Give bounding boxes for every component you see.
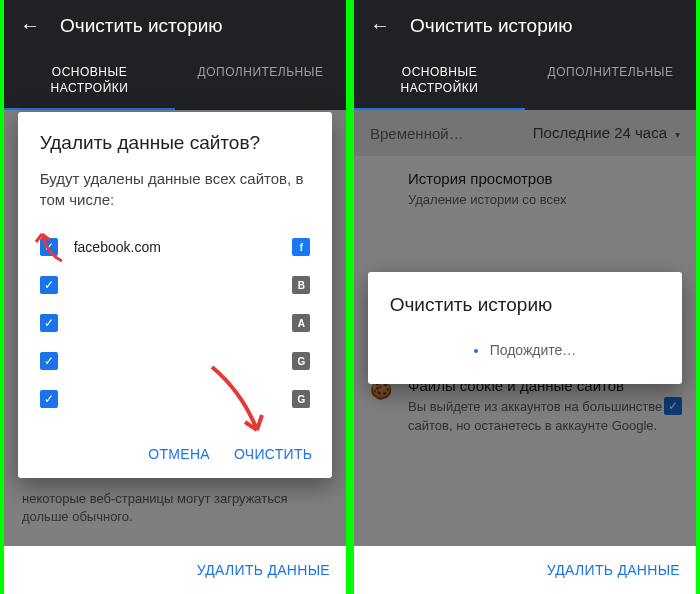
footer-button[interactable]: УДАЛИТЬ ДАННЫЕ	[4, 546, 346, 594]
dialog-overlay: Удалить данные сайтов? Будут удалены дан…	[4, 110, 346, 546]
tab-advanced[interactable]: ДОПОЛНИТЕЛЬНЫЕ	[525, 51, 696, 110]
tab-advanced[interactable]: ДОПОЛНИТЕЛЬНЫЕ	[175, 51, 346, 110]
site-row[interactable]: ✓A	[40, 304, 311, 342]
phone-left: ← Очистить историю ОСНОВНЫЕ НАСТРОЙКИ ДО…	[4, 0, 346, 594]
page-title: Очистить историю	[60, 15, 223, 37]
clear-button[interactable]: ОЧИСТИТЬ	[234, 446, 312, 462]
confirm-dialog: Удалить данные сайтов? Будут удалены дан…	[18, 112, 333, 478]
dialog-description: Будут удалены данные всех сайтов, в том …	[40, 168, 311, 210]
site-list: ✓facebook.comf✓B✓A✓G✓G	[40, 228, 311, 418]
checkbox-icon[interactable]: ✓	[40, 238, 58, 256]
checkbox-icon[interactable]: ✓	[40, 276, 58, 294]
site-badge-icon: f	[292, 238, 310, 256]
footer-button[interactable]: УДАЛИТЬ ДАННЫЕ	[354, 546, 696, 594]
dialog-title: Удалить данные сайтов?	[40, 132, 311, 154]
back-arrow-icon[interactable]: ←	[370, 14, 390, 37]
checkbox-icon[interactable]: ✓	[40, 390, 58, 408]
spinner-icon	[474, 349, 478, 353]
tab-basic[interactable]: ОСНОВНЫЕ НАСТРОЙКИ	[354, 51, 525, 110]
cancel-button[interactable]: ОТМЕНА	[148, 446, 210, 462]
site-name: facebook.com	[74, 239, 293, 255]
tab-basic[interactable]: ОСНОВНЫЕ НАСТРОЙКИ	[4, 51, 175, 110]
site-badge-icon: A	[292, 314, 310, 332]
phone-right: ← Очистить историю ОСНОВНЫЕ НАСТРОЙКИ ДО…	[354, 0, 696, 594]
content: некоторые веб-страницы могут загружаться…	[4, 110, 346, 546]
site-badge-icon: B	[292, 276, 310, 294]
back-arrow-icon[interactable]: ←	[20, 14, 40, 37]
site-row[interactable]: ✓facebook.comf	[40, 228, 311, 266]
dialog-title: Очистить историю	[390, 294, 661, 316]
dialog-wait: Подождите…	[390, 336, 661, 362]
site-badge-icon: G	[292, 352, 310, 370]
site-row[interactable]: ✓B	[40, 266, 311, 304]
checkbox-icon[interactable]: ✓	[40, 314, 58, 332]
dialog-actions: ОТМЕНА ОЧИСТИТЬ	[18, 438, 333, 478]
checkbox-icon[interactable]: ✓	[40, 352, 58, 370]
titlebar: ← Очистить историю	[354, 0, 696, 51]
page-title: Очистить историю	[410, 15, 573, 37]
titlebar: ← Очистить историю	[4, 0, 346, 51]
progress-dialog: Очистить историю Подождите…	[368, 272, 683, 384]
dialog-overlay: Очистить историю Подождите…	[354, 110, 696, 546]
site-badge-icon: G	[292, 390, 310, 408]
site-row[interactable]: ✓G	[40, 342, 311, 380]
tabs: ОСНОВНЫЕ НАСТРОЙКИ ДОПОЛНИТЕЛЬНЫЕ	[354, 51, 696, 110]
content: Временной… Последние 24 часа▾ История пр…	[354, 110, 696, 546]
header: ← Очистить историю ОСНОВНЫЕ НАСТРОЙКИ ДО…	[354, 0, 696, 110]
site-row[interactable]: ✓G	[40, 380, 311, 418]
tabs: ОСНОВНЫЕ НАСТРОЙКИ ДОПОЛНИТЕЛЬНЫЕ	[4, 51, 346, 110]
header: ← Очистить историю ОСНОВНЫЕ НАСТРОЙКИ ДО…	[4, 0, 346, 110]
